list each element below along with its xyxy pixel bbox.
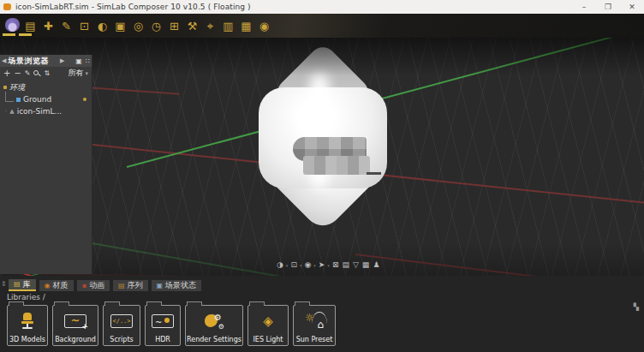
select-tool-icon[interactable]: ● xyxy=(3,16,21,35)
dropdown-caret-icon[interactable]: ▾ xyxy=(327,263,330,268)
scene-browser-title: 场景浏览器 xyxy=(8,56,49,67)
shading-mode-icon[interactable]: ◑ xyxy=(276,261,284,269)
tile-label: Sun Preset xyxy=(296,336,333,344)
select-cursor-icon[interactable]: ➤ xyxy=(318,261,326,269)
library-item-3d-models[interactable]: 3D Models xyxy=(7,301,48,346)
3d-models-icon xyxy=(21,313,34,330)
edit-node-button[interactable]: ✎ xyxy=(25,70,31,77)
ies-light-icon: ◈ xyxy=(261,313,275,330)
sync-selection-button[interactable]: ⇅ xyxy=(44,70,50,77)
library-item-scripts[interactable]: </..> Scripts xyxy=(103,301,140,346)
camera-view-icon[interactable]: ⊡ xyxy=(289,261,298,269)
add-node-button[interactable]: + xyxy=(3,69,10,78)
drop-target-icon[interactable]: ▽ xyxy=(352,261,360,269)
tab-library[interactable]: ▤ 库 xyxy=(9,279,36,291)
scripts-icon: </..> xyxy=(110,314,133,328)
tree-item-model[interactable]: · ▲ icon-SimL... xyxy=(3,105,92,117)
tile-tab-notch xyxy=(249,301,265,306)
close-button[interactable]: ✕ xyxy=(620,0,644,14)
maximize-button[interactable]: ❐ xyxy=(596,0,620,14)
tree-item-environment[interactable]: 环境 xyxy=(3,81,92,93)
grid-toggle-icon[interactable]: ▦ xyxy=(361,261,371,269)
app-icon xyxy=(3,3,11,10)
chevron-down-icon: ▾ xyxy=(85,70,88,77)
breadcrumb[interactable]: Libraries / xyxy=(7,293,45,301)
render-settings-icon: ⚙ ⚙ xyxy=(205,313,224,329)
remove-node-button[interactable]: − xyxy=(14,69,21,78)
collapse-left-icon[interactable]: ◀ xyxy=(2,57,6,64)
tile-label: Scripts xyxy=(110,336,133,344)
simlab-composer-window: icon-SimLabRT.sim - SimLab Composer 10 v… xyxy=(0,0,644,352)
tree-branch-line xyxy=(5,92,14,102)
model-label: icon-SimL... xyxy=(17,107,62,116)
viewport-toolbar: ◑▾ ⊡▾ ◉▾ ➤▾ ⊠ ▤ ▽ ▦ ♟ xyxy=(276,261,380,269)
settings-panel-icon[interactable]: ▥ xyxy=(219,16,237,35)
hdr-icon: ~ xyxy=(152,314,174,328)
library-tab-label: 库 xyxy=(23,279,31,290)
filter-label: 所有 xyxy=(68,68,83,79)
tab-animation[interactable]: ▪ 动画 xyxy=(77,280,110,291)
panel-camera-icon[interactable]: ▣ xyxy=(75,57,82,65)
render-mode-icon[interactable]: ◐ xyxy=(93,16,111,35)
file-import-icon[interactable]: ▤ xyxy=(21,16,39,35)
library-tab-icon: ▤ xyxy=(14,281,21,288)
tile-label: IES Light xyxy=(253,336,283,344)
tab-sequence[interactable]: ▤ 序列 xyxy=(113,280,148,291)
visibility-dot-icon[interactable] xyxy=(83,98,86,101)
main-toolbar: ● ▤ ✚ ✎ ⊡ ◐ ▣ ◎ ◷ ⊞ ⚒ ⌖ ▥ ▦ ◉ xyxy=(0,14,644,38)
dropdown-caret-icon[interactable]: ▾ xyxy=(313,263,316,268)
panel-capture-icon[interactable]: ∷ xyxy=(86,57,90,65)
orbit-icon[interactable]: ◉ xyxy=(303,261,312,269)
draw-tool-icon[interactable]: ✎ xyxy=(57,16,75,35)
marquee-select-icon[interactable]: ⊡ xyxy=(75,16,93,35)
grid-panel-icon[interactable]: ▦ xyxy=(237,16,255,35)
sequence-tab-icon: ▤ xyxy=(118,283,125,289)
viewport-vignette xyxy=(0,38,644,276)
3d-viewport[interactable]: ◑▾ ⊡▾ ◉▾ ➤▾ ⊠ ▤ ▽ ▦ ♟ FRONT RIGHT xyxy=(0,38,644,276)
library-item-hdr[interactable]: ~ HDR xyxy=(145,301,181,346)
tile-label: 3D Models xyxy=(9,336,45,344)
walk-mode-icon[interactable]: ♟ xyxy=(372,261,380,269)
sequence-tab-label: 序列 xyxy=(128,280,143,291)
collapse-right-icon[interactable]: ▶ xyxy=(60,57,64,64)
animation-tab-label: 动画 xyxy=(89,280,104,291)
screen-share-icon[interactable]: ⊞ xyxy=(165,16,183,35)
camera-icon[interactable]: ◉ xyxy=(255,16,273,35)
ground-label: Ground xyxy=(23,95,51,104)
library-items: 3D Models ~ + Background </..> Scripts xyxy=(7,301,336,346)
tab-scene-states[interactable]: ▣ 场景状态 xyxy=(152,280,202,291)
bottom-panel: ⇕ ▤ 库 ◉ 材质 ▪ 动画 ▤ 序列 ▣ 场景状态 Librari xyxy=(0,276,644,352)
tile-label: Render Settings xyxy=(187,336,242,344)
library-item-render-settings[interactable]: ⚙ ⚙ Render Settings xyxy=(185,301,243,346)
library-item-background[interactable]: ~ + Background xyxy=(52,301,98,346)
background-icon: ~ + xyxy=(64,314,86,328)
dock-panel-icon[interactable]: ▚ xyxy=(634,303,639,311)
library-item-ies-light[interactable]: ◈ IES Light xyxy=(247,301,289,346)
tools-icon[interactable]: ⚒ xyxy=(183,16,201,35)
zoom-extents-icon[interactable]: ⊠ xyxy=(331,261,340,269)
tile-label: Background xyxy=(55,336,96,344)
tile-tab-notch xyxy=(187,301,202,306)
minimize-button[interactable]: – xyxy=(572,0,596,14)
dropdown-caret-icon[interactable]: ▾ xyxy=(300,263,302,268)
tree-item-ground[interactable]: Ground xyxy=(3,93,92,105)
library-item-sun-preset[interactable]: ☼ ⌂ Sun Preset xyxy=(293,301,336,346)
ground-object-icon xyxy=(16,98,21,102)
scene-browser-panel: ◀ 场景浏览器 ▶ ▣ ∷ + − ✎ ⇅ 所有 ▾ 环境 G xyxy=(0,55,92,274)
filter-dropdown[interactable]: 所有 ▾ xyxy=(68,68,88,79)
light-icon[interactable]: ⌖ xyxy=(201,16,219,35)
material-tab-label: 材质 xyxy=(53,280,69,291)
search-icon[interactable] xyxy=(33,70,40,77)
model-object-icon: ▲ xyxy=(9,108,14,115)
tile-tab-notch xyxy=(54,301,69,306)
history-icon[interactable]: ◷ xyxy=(147,16,165,35)
dropdown-caret-icon[interactable]: ▾ xyxy=(286,263,289,268)
sun-preset-icon: ☼ ⌂ xyxy=(303,313,325,329)
scene-states-tab-icon: ▣ xyxy=(157,283,164,289)
move-tool-icon[interactable]: ✚ xyxy=(39,16,57,35)
layers-icon[interactable]: ▤ xyxy=(341,261,350,269)
window-title: icon-SimLabRT.sim - SimLab Composer 10 v… xyxy=(15,3,251,11)
texture-icon[interactable]: ▣ xyxy=(111,16,129,35)
navigate-icon[interactable]: ◎ xyxy=(129,16,147,35)
tab-material[interactable]: ◉ 材质 xyxy=(39,280,74,291)
